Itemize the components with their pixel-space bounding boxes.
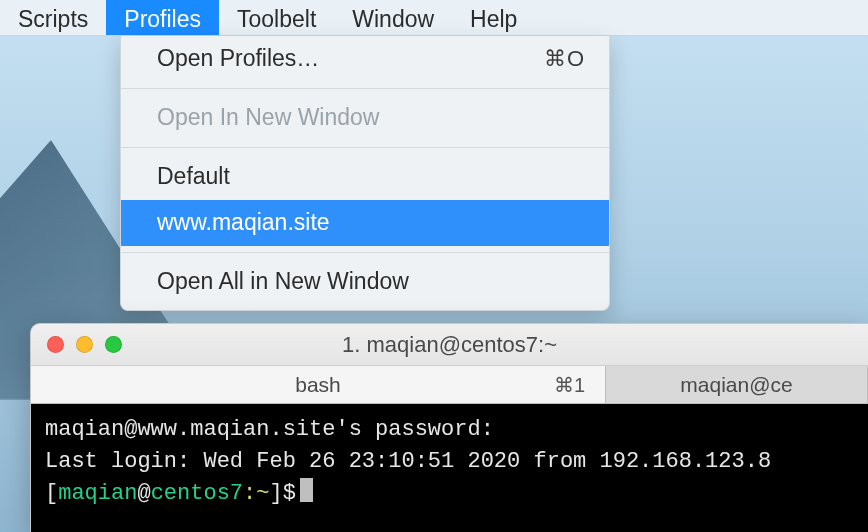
profiles-dropdown: Open Profiles… ⌘O Open In New Window Def… <box>120 36 610 311</box>
menu-separator <box>121 88 609 89</box>
menu-item-shortcut: ⌘O <box>544 45 585 74</box>
prompt-open: [ <box>45 481 58 506</box>
zoom-icon[interactable] <box>105 336 122 353</box>
terminal-line: Last login: Wed Feb 26 23:10:51 2020 fro… <box>45 449 771 474</box>
traffic-lights <box>31 336 122 353</box>
prompt-host: centos7 <box>151 481 243 506</box>
menubar-item-help[interactable]: Help <box>452 0 535 35</box>
terminal-window: 1. maqian@centos7:~ bash ⌘1 maqian@ce ma… <box>30 323 868 532</box>
window-title: 1. maqian@centos7:~ <box>31 332 868 358</box>
tab-bash[interactable]: bash ⌘1 <box>31 366 606 403</box>
prompt-user: maqian <box>58 481 137 506</box>
menu-item-label: Default <box>157 162 230 192</box>
tab-shortcut: ⌘1 <box>554 373 585 397</box>
menubar-item-window[interactable]: Window <box>334 0 452 35</box>
menubar-item-toolbelt[interactable]: Toolbelt <box>219 0 334 35</box>
menu-profile-default[interactable]: Default <box>121 154 609 200</box>
close-icon[interactable] <box>47 336 64 353</box>
tab-remote[interactable]: maqian@ce <box>606 366 868 403</box>
menubar-label: Window <box>352 6 434 33</box>
prompt-sep: : <box>243 481 256 506</box>
prompt-close: ]$ <box>269 481 295 506</box>
menubar-item-scripts[interactable]: Scripts <box>0 0 106 35</box>
menubar-item-profiles[interactable]: Profiles <box>106 0 219 35</box>
tab-bar: bash ⌘1 maqian@ce <box>31 366 868 404</box>
menu-open-in-new-window: Open In New Window <box>121 95 609 141</box>
prompt-at: @ <box>137 481 150 506</box>
tab-label: bash <box>295 373 341 397</box>
tab-label: maqian@ce <box>680 373 792 397</box>
window-titlebar[interactable]: 1. maqian@centos7:~ <box>31 324 868 366</box>
terminal-output[interactable]: maqian@www.maqian.site's password: Last … <box>31 404 868 532</box>
menu-separator <box>121 252 609 253</box>
menu-item-label: Open All in New Window <box>157 267 409 297</box>
menubar-label: Scripts <box>18 6 88 33</box>
menu-profile-selected[interactable]: www.maqian.site <box>121 200 609 246</box>
prompt-path: ~ <box>256 481 269 506</box>
menu-item-label: Open Profiles… <box>157 44 319 74</box>
menu-open-all-new-window[interactable]: Open All in New Window <box>121 259 609 305</box>
menu-separator <box>121 147 609 148</box>
menubar: Scripts Profiles Toolbelt Window Help <box>0 0 868 36</box>
menu-open-profiles[interactable]: Open Profiles… ⌘O <box>121 36 609 82</box>
menu-item-label: www.maqian.site <box>157 208 330 238</box>
menu-item-label: Open In New Window <box>157 103 379 133</box>
minimize-icon[interactable] <box>76 336 93 353</box>
terminal-line: maqian@www.maqian.site's password: <box>45 417 494 442</box>
menubar-label: Profiles <box>124 6 201 33</box>
menubar-label: Help <box>470 6 517 33</box>
cursor-icon <box>300 478 313 502</box>
menubar-label: Toolbelt <box>237 6 316 33</box>
